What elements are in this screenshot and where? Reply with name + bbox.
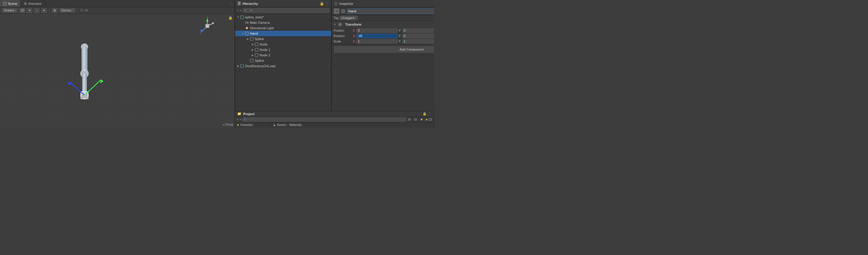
project-add-btn[interactable]: + bbox=[237, 117, 239, 121]
rotation-x-input[interactable] bbox=[356, 34, 398, 38]
svg-line-53 bbox=[246, 120, 247, 120]
svg-rect-40 bbox=[255, 53, 258, 57]
expand-arrow-node: ▶ bbox=[251, 43, 254, 46]
gizmo-axes: Z Y bbox=[198, 17, 216, 35]
hierarchy-search-input[interactable] bbox=[248, 8, 328, 13]
hierarchy-header: ☰ Hierarchy 🔒 ⋮ bbox=[235, 0, 331, 7]
project-title: 📁 Project bbox=[237, 112, 254, 116]
rotation-y-input[interactable] bbox=[402, 34, 434, 38]
project-star-filter[interactable]: ★ bbox=[419, 117, 424, 122]
project-actions: 🔒 ⋮ bbox=[423, 112, 431, 116]
tree-item-node2[interactable]: ▶ Node 2 bbox=[235, 52, 331, 58]
scene-tab-label: Scene bbox=[8, 2, 17, 5]
rotation-x-item: X bbox=[353, 34, 398, 38]
svg-marker-21 bbox=[206, 19, 209, 22]
tag-chevron: ▾ bbox=[355, 17, 356, 19]
tab-animator[interactable]: Animator bbox=[21, 0, 45, 7]
tree-item-node[interactable]: ▶ Node bbox=[235, 42, 331, 47]
rotation-label: Rotation bbox=[334, 34, 351, 38]
tree-item-spline2[interactable]: Spline bbox=[235, 58, 331, 63]
tree-item-dontdestroy[interactable]: ▶ DontDestroyOnLoad ⋮ bbox=[235, 63, 331, 69]
svg-text:Z: Z bbox=[200, 32, 202, 35]
scene-topbar: Shaded ▾ 2D ☀ ♪ ✦ ⊞ Gizmos ▾ All bbox=[0, 7, 235, 14]
scale-y-input[interactable] bbox=[402, 39, 434, 44]
inspector-panel: Inspector 🔒 ⋮ ✓ bbox=[331, 0, 434, 111]
project-add-chevron[interactable]: ▾ bbox=[240, 118, 241, 121]
tree-item-spline-tests[interactable]: ▼ spline_tests* ⋮ bbox=[235, 14, 331, 20]
hierarchy-scene-menu[interactable]: ⋮ bbox=[327, 15, 330, 19]
gameobject-icon-node bbox=[254, 42, 259, 46]
rotation-y-item: Y bbox=[399, 34, 434, 38]
viewport-gizmo[interactable]: Z Y bbox=[198, 17, 216, 35]
tree-item-spline1[interactable]: ▶ Spline bbox=[235, 36, 331, 42]
top-right-panels: ☰ Hierarchy 🔒 ⋮ + ▾ bbox=[235, 0, 434, 111]
project-favorites: ★ Favorites bbox=[235, 122, 271, 128]
hierarchy-tree: ▼ spline_tests* ⋮ bbox=[235, 14, 331, 111]
transform-rotation-row: Rotation X Y Z bbox=[332, 33, 434, 39]
stats-button[interactable]: ⊞ bbox=[52, 8, 57, 13]
light-icon bbox=[245, 26, 249, 30]
transform-expand-arrow[interactable]: ▼ bbox=[334, 23, 336, 26]
svg-rect-42 bbox=[241, 65, 244, 68]
hierarchy-menu-icon[interactable]: ⋮ bbox=[326, 1, 329, 5]
audio-button[interactable]: ♪ bbox=[34, 8, 39, 13]
project-lock-icon[interactable]: 🔒 bbox=[423, 112, 427, 116]
tree-item-dir-light[interactable]: Directional Light bbox=[235, 25, 331, 31]
svg-rect-28 bbox=[241, 16, 244, 19]
gameobject-icon-spline2 bbox=[250, 59, 254, 63]
svg-text:Y: Y bbox=[207, 17, 208, 19]
object-type-icon bbox=[334, 8, 340, 14]
tab-scene[interactable]: Scene bbox=[0, 0, 21, 7]
sep2 bbox=[78, 8, 78, 13]
assets-folder-icon: ▲ bbox=[273, 123, 276, 126]
rotation-xyz-group: X Y Z bbox=[353, 34, 434, 38]
svg-point-31 bbox=[246, 27, 248, 29]
lighting-button[interactable]: ☀ bbox=[27, 8, 32, 13]
effects-button[interactable]: ✦ bbox=[41, 8, 47, 13]
favorites-star-icon: ★ bbox=[237, 123, 239, 126]
project-icon-view1[interactable]: ⊞ bbox=[407, 117, 412, 122]
search-icon-hierarchy bbox=[244, 9, 247, 12]
hierarchy-add-btn[interactable]: + bbox=[237, 9, 239, 12]
position-y-input[interactable] bbox=[402, 28, 434, 33]
project-panel: 📁 Project 🔒 ⋮ + ▾ bbox=[235, 111, 434, 128]
scale-x-input[interactable] bbox=[356, 39, 398, 44]
project-search-input[interactable] bbox=[247, 117, 404, 122]
position-x-input[interactable] bbox=[356, 28, 398, 33]
tree-item-main-camera[interactable]: Main Camera bbox=[235, 20, 331, 25]
shaded-dropdown[interactable]: Shaded ▾ bbox=[2, 8, 18, 13]
hierarchy-dontdestroy-menu[interactable]: ⋮ bbox=[327, 64, 330, 68]
hierarchy-add-chevron[interactable]: ▾ bbox=[240, 9, 242, 12]
viewport-lock-icon[interactable]: 🔒 bbox=[228, 16, 233, 20]
inspector-icon bbox=[334, 2, 338, 5]
scale-x-label: X bbox=[353, 40, 356, 43]
object-name-input[interactable] bbox=[347, 8, 434, 14]
gameobject-icon-hand bbox=[245, 31, 249, 36]
inspector-header: Inspector 🔒 ⋮ bbox=[332, 0, 434, 7]
gizmos-dropdown[interactable]: Gizmos ▾ bbox=[59, 8, 75, 13]
tag-dropdown[interactable]: Untagged ▾ bbox=[340, 16, 357, 20]
add-component-button[interactable]: Add Component bbox=[334, 46, 434, 53]
object-enabled-checkbox[interactable]: ✓ bbox=[341, 9, 345, 13]
hierarchy-lock-icon[interactable]: 🔒 bbox=[320, 1, 324, 6]
inspector-title-label: Inspector bbox=[340, 2, 353, 5]
project-count-badge: ★ 23 bbox=[425, 118, 432, 121]
2d-button[interactable]: 2D bbox=[20, 8, 25, 13]
transform-scale-row: Scale X Y Z bbox=[332, 39, 434, 44]
hierarchy-panel: ☰ Hierarchy 🔒 ⋮ + ▾ bbox=[235, 0, 331, 111]
tree-item-hand[interactable]: ▼ Hand bbox=[235, 31, 331, 36]
project-menu-icon[interactable]: ⋮ bbox=[428, 112, 431, 116]
scene-panel-menu[interactable]: ⋮ bbox=[229, 1, 233, 5]
scene-tab-icon bbox=[3, 2, 7, 5]
scene-icon-dontdestroy bbox=[240, 64, 244, 68]
position-x-label: X bbox=[353, 29, 356, 32]
hierarchy-title: ☰ Hierarchy bbox=[238, 1, 258, 6]
project-content: ★ Favorites ▲ Assets › Materials bbox=[235, 122, 434, 128]
tree-item-node1[interactable]: ▶ Node 1 bbox=[235, 47, 331, 52]
position-label: Position bbox=[334, 29, 351, 32]
project-icon-view2[interactable]: ⊟ bbox=[413, 117, 418, 122]
scene-viewport[interactable]: Z Y ◄ Persp 🔒 bbox=[0, 14, 235, 128]
transform-section: ▼ Transform ? ⋮ bbox=[332, 21, 434, 44]
expand-arrow-dontdestroy: ▶ bbox=[236, 65, 240, 68]
position-x-item: X bbox=[353, 28, 398, 33]
